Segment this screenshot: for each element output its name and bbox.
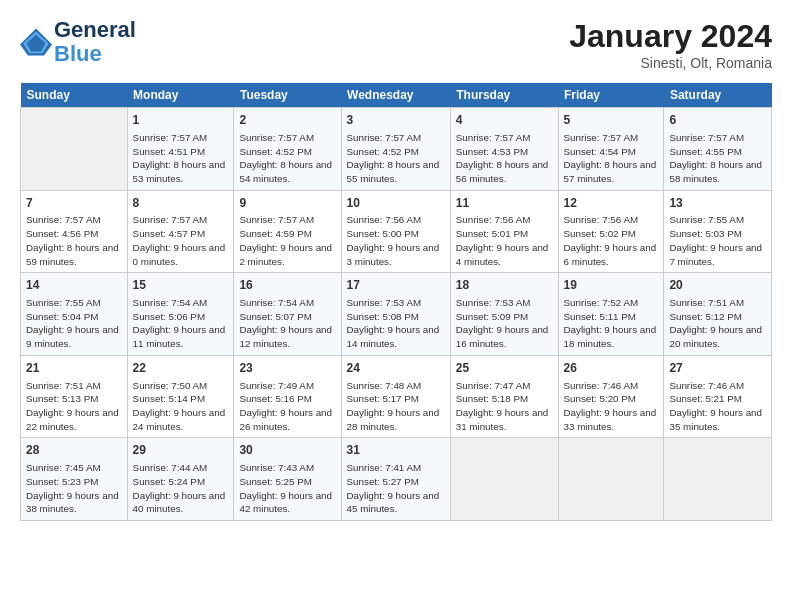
calendar-cell: 2Sunrise: 7:57 AMSunset: 4:52 PMDaylight…: [234, 108, 341, 191]
header-day-saturday: Saturday: [664, 83, 772, 108]
calendar-cell: [450, 438, 558, 521]
day-info: Sunrise: 7:57 AMSunset: 4:52 PMDaylight:…: [347, 131, 445, 186]
calendar-cell: 12Sunrise: 7:56 AMSunset: 5:02 PMDayligh…: [558, 190, 664, 273]
day-number: 28: [26, 442, 122, 459]
calendar-week-1: 1Sunrise: 7:57 AMSunset: 4:51 PMDaylight…: [21, 108, 772, 191]
day-info: Sunrise: 7:43 AMSunset: 5:25 PMDaylight:…: [239, 461, 335, 516]
calendar-cell: [21, 108, 128, 191]
calendar-cell: 28Sunrise: 7:45 AMSunset: 5:23 PMDayligh…: [21, 438, 128, 521]
calendar-cell: 6Sunrise: 7:57 AMSunset: 4:55 PMDaylight…: [664, 108, 772, 191]
calendar-cell: 3Sunrise: 7:57 AMSunset: 4:52 PMDaylight…: [341, 108, 450, 191]
calendar-cell: 30Sunrise: 7:43 AMSunset: 5:25 PMDayligh…: [234, 438, 341, 521]
day-number: 18: [456, 277, 553, 294]
logo-icon: [20, 28, 52, 56]
calendar-week-4: 21Sunrise: 7:51 AMSunset: 5:13 PMDayligh…: [21, 355, 772, 438]
day-info: Sunrise: 7:51 AMSunset: 5:13 PMDaylight:…: [26, 379, 122, 434]
day-number: 16: [239, 277, 335, 294]
calendar-cell: 5Sunrise: 7:57 AMSunset: 4:54 PMDaylight…: [558, 108, 664, 191]
month-title: January 2024: [569, 18, 772, 55]
day-info: Sunrise: 7:57 AMSunset: 4:51 PMDaylight:…: [133, 131, 229, 186]
calendar-cell: 17Sunrise: 7:53 AMSunset: 5:08 PMDayligh…: [341, 273, 450, 356]
calendar-cell: 25Sunrise: 7:47 AMSunset: 5:18 PMDayligh…: [450, 355, 558, 438]
header-day-tuesday: Tuesday: [234, 83, 341, 108]
header-day-monday: Monday: [127, 83, 234, 108]
day-number: 24: [347, 360, 445, 377]
day-info: Sunrise: 7:54 AMSunset: 5:06 PMDaylight:…: [133, 296, 229, 351]
day-number: 9: [239, 195, 335, 212]
day-info: Sunrise: 7:47 AMSunset: 5:18 PMDaylight:…: [456, 379, 553, 434]
calendar-week-5: 28Sunrise: 7:45 AMSunset: 5:23 PMDayligh…: [21, 438, 772, 521]
calendar-cell: 31Sunrise: 7:41 AMSunset: 5:27 PMDayligh…: [341, 438, 450, 521]
calendar-week-3: 14Sunrise: 7:55 AMSunset: 5:04 PMDayligh…: [21, 273, 772, 356]
calendar-cell: 27Sunrise: 7:46 AMSunset: 5:21 PMDayligh…: [664, 355, 772, 438]
main-container: GeneralBlue January 2024 Sinesti, Olt, R…: [0, 0, 792, 531]
day-number: 22: [133, 360, 229, 377]
day-info: Sunrise: 7:57 AMSunset: 4:53 PMDaylight:…: [456, 131, 553, 186]
day-number: 20: [669, 277, 766, 294]
calendar-cell: 23Sunrise: 7:49 AMSunset: 5:16 PMDayligh…: [234, 355, 341, 438]
header-day-sunday: Sunday: [21, 83, 128, 108]
header-day-wednesday: Wednesday: [341, 83, 450, 108]
day-info: Sunrise: 7:52 AMSunset: 5:11 PMDaylight:…: [564, 296, 659, 351]
calendar-cell: 14Sunrise: 7:55 AMSunset: 5:04 PMDayligh…: [21, 273, 128, 356]
day-info: Sunrise: 7:53 AMSunset: 5:08 PMDaylight:…: [347, 296, 445, 351]
calendar-cell: 18Sunrise: 7:53 AMSunset: 5:09 PMDayligh…: [450, 273, 558, 356]
day-info: Sunrise: 7:46 AMSunset: 5:20 PMDaylight:…: [564, 379, 659, 434]
title-section: January 2024 Sinesti, Olt, Romania: [569, 18, 772, 71]
location: Sinesti, Olt, Romania: [569, 55, 772, 71]
header-day-friday: Friday: [558, 83, 664, 108]
day-number: 11: [456, 195, 553, 212]
day-number: 6: [669, 112, 766, 129]
calendar-cell: 4Sunrise: 7:57 AMSunset: 4:53 PMDaylight…: [450, 108, 558, 191]
day-number: 1: [133, 112, 229, 129]
day-info: Sunrise: 7:50 AMSunset: 5:14 PMDaylight:…: [133, 379, 229, 434]
day-info: Sunrise: 7:57 AMSunset: 4:52 PMDaylight:…: [239, 131, 335, 186]
day-info: Sunrise: 7:56 AMSunset: 5:02 PMDaylight:…: [564, 213, 659, 268]
calendar-cell: 29Sunrise: 7:44 AMSunset: 5:24 PMDayligh…: [127, 438, 234, 521]
day-number: 17: [347, 277, 445, 294]
day-number: 15: [133, 277, 229, 294]
calendar-cell: 15Sunrise: 7:54 AMSunset: 5:06 PMDayligh…: [127, 273, 234, 356]
day-info: Sunrise: 7:51 AMSunset: 5:12 PMDaylight:…: [669, 296, 766, 351]
day-number: 23: [239, 360, 335, 377]
day-info: Sunrise: 7:53 AMSunset: 5:09 PMDaylight:…: [456, 296, 553, 351]
day-info: Sunrise: 7:57 AMSunset: 4:54 PMDaylight:…: [564, 131, 659, 186]
calendar-cell: 13Sunrise: 7:55 AMSunset: 5:03 PMDayligh…: [664, 190, 772, 273]
day-number: 5: [564, 112, 659, 129]
logo: GeneralBlue: [20, 18, 136, 66]
calendar-cell: 24Sunrise: 7:48 AMSunset: 5:17 PMDayligh…: [341, 355, 450, 438]
calendar-cell: 19Sunrise: 7:52 AMSunset: 5:11 PMDayligh…: [558, 273, 664, 356]
calendar-cell: 22Sunrise: 7:50 AMSunset: 5:14 PMDayligh…: [127, 355, 234, 438]
day-number: 12: [564, 195, 659, 212]
calendar-cell: 8Sunrise: 7:57 AMSunset: 4:57 PMDaylight…: [127, 190, 234, 273]
day-info: Sunrise: 7:46 AMSunset: 5:21 PMDaylight:…: [669, 379, 766, 434]
day-number: 14: [26, 277, 122, 294]
calendar-cell: 16Sunrise: 7:54 AMSunset: 5:07 PMDayligh…: [234, 273, 341, 356]
calendar-cell: [664, 438, 772, 521]
day-info: Sunrise: 7:57 AMSunset: 4:55 PMDaylight:…: [669, 131, 766, 186]
calendar-cell: 26Sunrise: 7:46 AMSunset: 5:20 PMDayligh…: [558, 355, 664, 438]
calendar-cell: 1Sunrise: 7:57 AMSunset: 4:51 PMDaylight…: [127, 108, 234, 191]
calendar-cell: 7Sunrise: 7:57 AMSunset: 4:56 PMDaylight…: [21, 190, 128, 273]
calendar-cell: 9Sunrise: 7:57 AMSunset: 4:59 PMDaylight…: [234, 190, 341, 273]
day-info: Sunrise: 7:49 AMSunset: 5:16 PMDaylight:…: [239, 379, 335, 434]
day-info: Sunrise: 7:56 AMSunset: 5:00 PMDaylight:…: [347, 213, 445, 268]
day-number: 21: [26, 360, 122, 377]
calendar-week-2: 7Sunrise: 7:57 AMSunset: 4:56 PMDaylight…: [21, 190, 772, 273]
day-info: Sunrise: 7:45 AMSunset: 5:23 PMDaylight:…: [26, 461, 122, 516]
calendar-cell: 11Sunrise: 7:56 AMSunset: 5:01 PMDayligh…: [450, 190, 558, 273]
calendar-cell: 10Sunrise: 7:56 AMSunset: 5:00 PMDayligh…: [341, 190, 450, 273]
day-number: 27: [669, 360, 766, 377]
calendar-cell: 21Sunrise: 7:51 AMSunset: 5:13 PMDayligh…: [21, 355, 128, 438]
day-number: 8: [133, 195, 229, 212]
day-info: Sunrise: 7:57 AMSunset: 4:56 PMDaylight:…: [26, 213, 122, 268]
calendar-cell: [558, 438, 664, 521]
day-number: 26: [564, 360, 659, 377]
day-number: 4: [456, 112, 553, 129]
day-number: 13: [669, 195, 766, 212]
logo-text: GeneralBlue: [54, 18, 136, 66]
calendar-table: SundayMondayTuesdayWednesdayThursdayFrid…: [20, 83, 772, 521]
day-info: Sunrise: 7:48 AMSunset: 5:17 PMDaylight:…: [347, 379, 445, 434]
day-number: 7: [26, 195, 122, 212]
calendar-cell: 20Sunrise: 7:51 AMSunset: 5:12 PMDayligh…: [664, 273, 772, 356]
